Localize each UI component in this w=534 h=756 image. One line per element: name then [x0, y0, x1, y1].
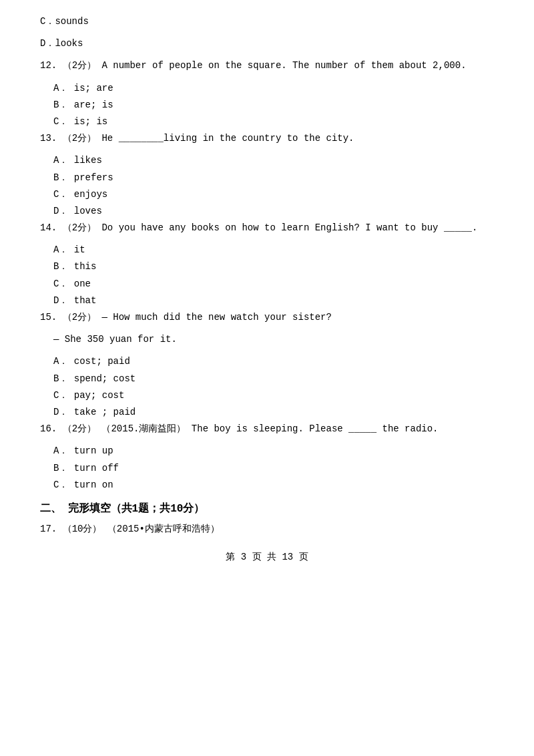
q16-option-c-label: C． [53, 480, 68, 490]
q15-option-d-text: take ; paid [74, 407, 136, 417]
q15-option-b-text: spend; cost [74, 373, 136, 384]
q15-option-d: D． take ; paid [53, 404, 494, 421]
q14-option-c-label: C． [53, 278, 68, 289]
q14-option-c: C． one [53, 276, 494, 293]
section2-title: 完形填空（共1题；共10分） [68, 503, 205, 515]
q14-option-a-label: A． [53, 244, 68, 255]
q15-option-b-label: B． [53, 373, 68, 384]
q12-score: （2分） [63, 60, 96, 71]
q14-option-c-text: one [74, 278, 91, 289]
q15-option-c: C． pay; cost [53, 387, 494, 404]
q16-number: 16. [40, 423, 57, 434]
q12-option-c-text: is; is [74, 116, 107, 127]
q17-source: （2015•内蒙古呼和浩特） [107, 524, 220, 534]
section2-label: 二、 [40, 503, 61, 515]
q15-text: — How much did the new watch your sister… [101, 312, 331, 323]
question-15-line2: — She 350 yuan for it. [53, 331, 494, 348]
q15-option-b: B． spend; cost [53, 371, 494, 387]
q15-text2: — She 350 yuan for it. [53, 334, 177, 345]
q14-option-d-label: D． [53, 295, 68, 306]
q13-option-d-label: D． [53, 206, 68, 216]
question-14: 14. （2分） Do you have any books on how to… [40, 220, 494, 236]
q13-option-d-text: loves [74, 206, 102, 216]
q16-score: （2分） [63, 423, 96, 434]
question-15: 15. （2分） — How much did the new watch yo… [40, 309, 494, 326]
q14-option-b-label: B． [53, 261, 68, 272]
q14-option-b: B． this [53, 258, 494, 275]
q12-option-a-text: is; are [74, 83, 113, 93]
section2-header: 二、 完形填空（共1题；共10分） [40, 502, 494, 516]
q12-option-b-text: are; is [74, 100, 113, 110]
q16-option-b: B． turn off [53, 460, 494, 477]
q17-score: （10分） [63, 524, 102, 534]
q12-option-a: A． is; are [53, 80, 494, 97]
q13-option-a: A． likes [53, 152, 494, 169]
q13-option-a-label: A． [53, 155, 68, 166]
q14-score: （2分） [63, 222, 96, 233]
q15-option-a-text: cost; paid [74, 356, 130, 367]
page-footer: 第 3 页 共 13 页 [40, 551, 494, 563]
q13-text: He ________living in the country to the … [101, 133, 354, 144]
q17-number: 17. [40, 524, 57, 534]
q16-option-b-text: turn off [74, 463, 119, 474]
q13-option-a-text: likes [74, 155, 102, 166]
q16-option-a: A． turn up [53, 443, 494, 459]
q14-option-a: A． it [53, 242, 494, 258]
q15-score: （2分） [63, 312, 96, 323]
q12-text: A number of people on the square. The nu… [101, 60, 466, 71]
question-16: 16. （2分） （2015.湖南益阳） The boy is sleeping… [40, 421, 494, 437]
q13-option-c-text: enjoys [74, 189, 107, 200]
q14-option-d-text: that [74, 295, 97, 306]
footer-text: 第 3 页 共 13 页 [226, 552, 308, 562]
q16-text: The boy is sleeping. Please _____ the ra… [192, 423, 439, 434]
q15-option-c-label: C． [53, 390, 68, 401]
q14-option-b-text: this [74, 261, 97, 272]
q15-option-a-label: A． [53, 356, 68, 367]
q12-number: 12. [40, 60, 57, 71]
option-c-sounds-text: C．sounds [40, 16, 89, 27]
q14-text: Do you have any books on how to learn En… [101, 222, 477, 233]
question-12: 12. （2分） A number of people on the squar… [40, 57, 494, 74]
q15-number: 15. [40, 312, 57, 323]
q14-number: 14. [40, 222, 57, 233]
q16-option-a-label: A． [53, 445, 68, 456]
q15-option-c-text: pay; cost [74, 390, 125, 401]
q13-option-b-label: B． [53, 172, 68, 183]
q12-option-b-label: B． [53, 100, 68, 110]
q12-option-c: C． is; is [53, 114, 494, 130]
q16-option-a-text: turn up [74, 445, 113, 456]
q13-score: （2分） [63, 133, 96, 144]
option-d-looks: D．looks [40, 35, 494, 52]
q14-option-d: D． that [53, 293, 494, 309]
question-17: 17. （10分） （2015•内蒙古呼和浩特） [40, 521, 494, 538]
q12-option-b: B． are; is [53, 97, 494, 114]
question-13: 13. （2分） He ________living in the countr… [40, 130, 494, 147]
q14-option-a-text: it [74, 244, 85, 255]
q13-option-b-text: prefers [74, 172, 113, 183]
q12-option-a-label: A． [53, 83, 68, 93]
q15-option-d-label: D． [53, 407, 68, 417]
q13-option-b: B． prefers [53, 170, 494, 186]
q16-option-b-label: B． [53, 463, 68, 474]
option-d-looks-text: D．looks [40, 38, 83, 49]
q16-option-c: C． turn on [53, 477, 494, 494]
q16-option-c-text: turn on [74, 480, 113, 490]
q16-source: （2015.湖南益阳） [101, 423, 186, 434]
q13-option-d: D． loves [53, 203, 494, 220]
q15-option-a: A． cost; paid [53, 353, 494, 370]
q13-number: 13. [40, 133, 57, 144]
q13-option-c: C． enjoys [53, 186, 494, 203]
q12-option-c-label: C． [53, 116, 68, 127]
option-c-sounds: C．sounds [40, 13, 494, 30]
q13-option-c-label: C． [53, 189, 68, 200]
